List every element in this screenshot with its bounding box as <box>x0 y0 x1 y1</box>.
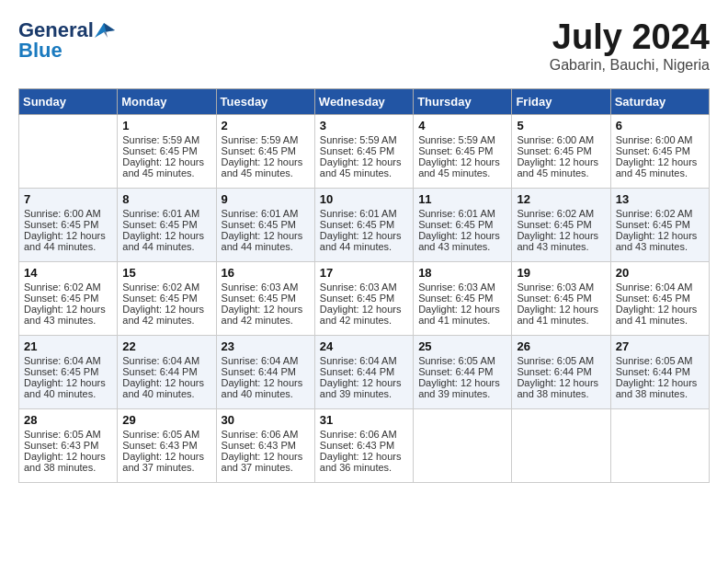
day-number: 28 <box>24 413 112 427</box>
weekday-header-monday: Monday <box>118 88 216 114</box>
day-info-line: Sunset: 6:45 PM <box>222 219 310 230</box>
day-info-line: Sunrise: 6:03 AM <box>418 282 506 293</box>
day-info-line: and 37 minutes. <box>122 462 210 473</box>
day-info-line: and 40 minutes. <box>222 388 310 399</box>
calendar-cell: 2Sunrise: 5:59 AMSunset: 6:45 PMDaylight… <box>216 114 314 188</box>
day-info-line: Daylight: 12 hours <box>616 304 704 315</box>
day-number: 8 <box>122 192 210 206</box>
day-number: 9 <box>222 192 310 206</box>
day-info-line: Sunrise: 6:05 AM <box>517 355 605 366</box>
day-info-line: Daylight: 12 hours <box>222 377 310 388</box>
day-info-line: Sunrise: 6:01 AM <box>222 208 310 219</box>
day-info-line: and 42 minutes. <box>122 315 210 326</box>
calendar-cell: 4Sunrise: 5:59 AMSunset: 6:45 PMDaylight… <box>414 114 512 188</box>
day-info-line: Sunset: 6:45 PM <box>616 219 704 230</box>
calendar-week-row: 21Sunrise: 6:04 AMSunset: 6:45 PMDayligh… <box>19 335 710 408</box>
day-info-line: Daylight: 12 hours <box>616 230 704 241</box>
day-info-line: Daylight: 12 hours <box>122 304 210 315</box>
day-info-line: Sunrise: 5:59 AM <box>418 134 506 145</box>
day-info-line: and 38 minutes. <box>517 388 605 399</box>
day-info-line: Daylight: 12 hours <box>517 304 605 315</box>
calendar-cell: 23Sunrise: 6:04 AMSunset: 6:44 PMDayligh… <box>216 335 314 408</box>
day-info-line: Sunset: 6:44 PM <box>517 366 605 377</box>
day-info-line: Daylight: 12 hours <box>24 451 112 462</box>
calendar-cell: 14Sunrise: 6:02 AMSunset: 6:45 PMDayligh… <box>19 261 118 335</box>
day-info-line: Sunrise: 6:05 AM <box>616 355 704 366</box>
day-info-line: Sunset: 6:45 PM <box>418 219 506 230</box>
day-info-line: Daylight: 12 hours <box>122 451 210 462</box>
day-info-line: Sunrise: 6:00 AM <box>517 134 605 145</box>
day-info-line: Daylight: 12 hours <box>418 377 506 388</box>
day-info-line: Sunrise: 5:59 AM <box>222 134 310 145</box>
page-header: General Blue July 2024 Gabarin, Bauchi, … <box>18 18 710 74</box>
day-number: 3 <box>320 119 408 132</box>
day-info-line: Daylight: 12 hours <box>616 156 704 167</box>
day-number: 17 <box>320 266 408 280</box>
day-info-line: Daylight: 12 hours <box>122 156 210 167</box>
calendar-cell: 26Sunrise: 6:05 AMSunset: 6:44 PMDayligh… <box>512 335 610 408</box>
day-number: 19 <box>517 266 605 280</box>
weekday-header-saturday: Saturday <box>610 88 709 114</box>
calendar-cell <box>610 408 709 482</box>
day-info-line: Sunrise: 6:06 AM <box>222 429 310 440</box>
day-info-line: and 43 minutes. <box>517 241 605 252</box>
calendar-cell: 15Sunrise: 6:02 AMSunset: 6:45 PMDayligh… <box>118 261 216 335</box>
day-info-line: and 39 minutes. <box>320 388 408 399</box>
day-number: 29 <box>122 413 210 427</box>
day-info-line: Daylight: 12 hours <box>517 230 605 241</box>
calendar-cell: 25Sunrise: 6:05 AMSunset: 6:44 PMDayligh… <box>414 335 512 408</box>
weekday-header-friday: Friday <box>512 88 610 114</box>
day-number: 25 <box>418 339 506 353</box>
day-info-line: Sunrise: 6:01 AM <box>320 208 408 219</box>
day-number: 5 <box>517 119 605 132</box>
day-info-line: Sunset: 6:44 PM <box>616 366 704 377</box>
calendar-cell: 1Sunrise: 5:59 AMSunset: 6:45 PMDaylight… <box>118 114 216 188</box>
day-number: 14 <box>24 266 112 280</box>
day-info-line: Daylight: 12 hours <box>517 156 605 167</box>
day-info-line: and 44 minutes. <box>24 241 112 252</box>
day-number: 24 <box>320 339 408 353</box>
calendar-cell: 7Sunrise: 6:00 AMSunset: 6:45 PMDaylight… <box>19 188 118 261</box>
day-info-line: Daylight: 12 hours <box>222 230 310 241</box>
day-info-line: Daylight: 12 hours <box>320 451 408 462</box>
day-info-line: and 37 minutes. <box>222 462 310 473</box>
day-info-line: and 45 minutes. <box>122 167 210 178</box>
day-info-line: Sunrise: 6:00 AM <box>616 134 704 145</box>
day-number: 12 <box>517 192 605 206</box>
day-info-line: Sunrise: 6:02 AM <box>517 208 605 219</box>
day-info-line: and 43 minutes. <box>418 241 506 252</box>
calendar-cell: 9Sunrise: 6:01 AMSunset: 6:45 PMDaylight… <box>216 188 314 261</box>
day-info-line: Sunset: 6:45 PM <box>616 145 704 156</box>
day-info-line: and 45 minutes. <box>517 167 605 178</box>
day-number: 31 <box>320 413 408 427</box>
day-number: 16 <box>222 266 310 280</box>
day-number: 6 <box>616 119 704 132</box>
weekday-header-wednesday: Wednesday <box>314 88 413 114</box>
day-info-line: and 42 minutes. <box>320 315 408 326</box>
day-info-line: Sunrise: 6:05 AM <box>122 429 210 440</box>
day-info-line: and 38 minutes. <box>616 388 704 399</box>
day-info-line: and 41 minutes. <box>616 315 704 326</box>
day-info-line: Sunrise: 6:05 AM <box>418 355 506 366</box>
day-info-line: Sunrise: 6:03 AM <box>222 282 310 293</box>
day-info-line: Sunrise: 6:03 AM <box>517 282 605 293</box>
calendar-cell: 16Sunrise: 6:03 AMSunset: 6:45 PMDayligh… <box>216 261 314 335</box>
weekday-header-tuesday: Tuesday <box>216 88 314 114</box>
day-info-line: Sunrise: 6:06 AM <box>320 429 408 440</box>
day-info-line: and 40 minutes. <box>24 388 112 399</box>
day-info-line: Sunset: 6:43 PM <box>122 440 210 451</box>
location-subtitle: Gabarin, Bauchi, Nigeria <box>550 57 710 74</box>
day-info-line: Sunset: 6:43 PM <box>24 440 112 451</box>
day-info-line: Sunrise: 6:05 AM <box>24 429 112 440</box>
day-info-line: and 43 minutes. <box>616 241 704 252</box>
day-number: 7 <box>24 192 112 206</box>
day-info-line: Daylight: 12 hours <box>122 377 210 388</box>
logo-bird-icon <box>95 23 115 38</box>
day-info-line: and 41 minutes. <box>418 315 506 326</box>
day-info-line: Sunset: 6:45 PM <box>517 293 605 304</box>
day-info-line: and 44 minutes. <box>222 241 310 252</box>
day-info-line: Sunrise: 6:04 AM <box>320 355 408 366</box>
day-info-line: Sunrise: 6:02 AM <box>616 208 704 219</box>
calendar-cell: 30Sunrise: 6:06 AMSunset: 6:43 PMDayligh… <box>216 408 314 482</box>
day-number: 11 <box>418 192 506 206</box>
